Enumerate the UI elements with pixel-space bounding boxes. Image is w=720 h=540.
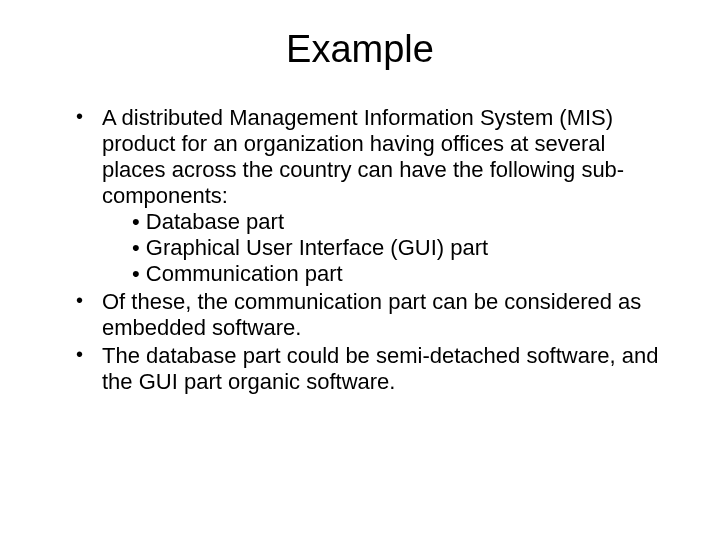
list-item: The database part could be semi-detached… bbox=[76, 343, 670, 395]
bullet-text: A distributed Management Information Sys… bbox=[102, 105, 624, 208]
sub-item: • Communication part bbox=[132, 261, 670, 287]
list-item: A distributed Management Information Sys… bbox=[76, 105, 670, 287]
bullet-text: Of these, the communication part can be … bbox=[102, 289, 641, 340]
sub-item: • Database part bbox=[132, 209, 670, 235]
slide-content: A distributed Management Information Sys… bbox=[50, 105, 670, 394]
sub-list: • Database part • Graphical User Interfa… bbox=[102, 209, 670, 287]
list-item: Of these, the communication part can be … bbox=[76, 289, 670, 341]
sub-item: • Graphical User Interface (GUI) part bbox=[132, 235, 670, 261]
bullet-list: A distributed Management Information Sys… bbox=[50, 105, 670, 394]
slide-title: Example bbox=[50, 28, 670, 71]
bullet-text: The database part could be semi-detached… bbox=[102, 343, 658, 394]
